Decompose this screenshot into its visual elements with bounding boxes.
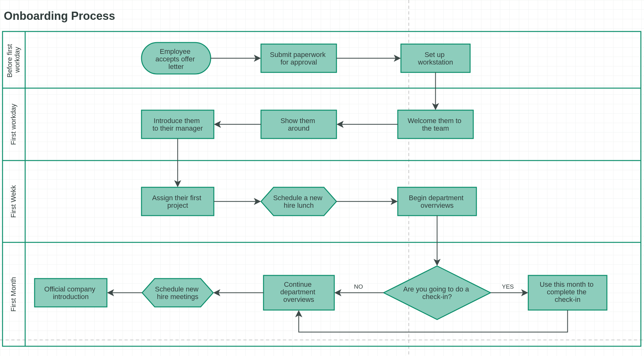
- node-welcome-team[interactable]: Welcome them to the team: [398, 110, 473, 138]
- svg-text:First workday: First workday: [9, 104, 17, 145]
- node-continue-overviews[interactable]: Continue department overviews: [264, 275, 334, 310]
- lane-label-first-workday: First workday: [9, 104, 17, 145]
- lane-label-first-week: First Wekk: [9, 185, 17, 218]
- edge-label-no: NO: [354, 283, 363, 290]
- node-checkin-decision[interactable]: Are you going to do a check-in?: [384, 266, 491, 319]
- lane-label-first-month: First Month: [9, 277, 17, 312]
- svg-text:Continue
        department
  : Continue department overviews: [280, 280, 317, 303]
- node-show-around[interactable]: Show them around: [261, 110, 336, 138]
- node-submit-paperwork[interactable]: Submit paperwork for approval: [261, 44, 336, 72]
- node-setup-workstation[interactable]: Set up workstation: [401, 44, 470, 72]
- node-assign-project[interactable]: Assign their first project: [142, 187, 214, 216]
- node-official-intro[interactable]: Official company introduction: [35, 279, 107, 307]
- node-accept-offer[interactable]: Employee accepts offer letter: [142, 42, 211, 74]
- svg-text:Before first
        workday: Before first workday: [6, 42, 21, 78]
- node-schedule-lunch[interactable]: Schedule a new hire lunch: [261, 187, 336, 216]
- svg-text:Introduce them
        to thei: Introduce them to their manager: [153, 117, 203, 132]
- node-introduce-manager[interactable]: Introduce them to their manager: [142, 110, 214, 138]
- node-begin-overviews[interactable]: Begin department overrviews: [398, 187, 476, 216]
- svg-text:First Month: First Month: [9, 277, 17, 312]
- node-complete-checkin[interactable]: Use this month to complete the check-in: [528, 275, 607, 310]
- svg-text:First Wekk: First Wekk: [9, 185, 17, 218]
- diagram-title: Onboarding Process: [4, 9, 115, 23]
- node-schedule-meetings[interactable]: Schedule new hire meetings: [142, 279, 213, 307]
- lane-label-before: Before first workday: [6, 42, 21, 78]
- edge-label-yes: YES: [502, 283, 514, 290]
- flowchart-canvas: Before first workday First workday First…: [0, 0, 644, 356]
- svg-text:Schedule new
        hire meet: Schedule new hire meetings: [155, 285, 200, 301]
